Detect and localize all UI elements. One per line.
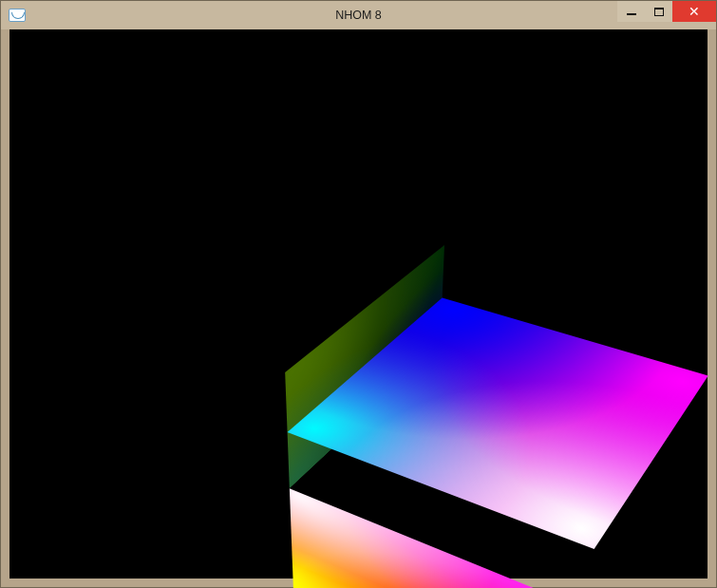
opengl-viewport[interactable] (9, 29, 708, 579)
window-title: NHOM 8 (1, 9, 716, 22)
close-button[interactable]: ✕ (672, 1, 716, 22)
application-window: NHOM 8 ✕ (0, 0, 717, 588)
rgb-cube (303, 353, 687, 588)
minimize-button[interactable] (617, 1, 646, 22)
window-controls: ✕ (617, 1, 716, 22)
titlebar[interactable]: NHOM 8 ✕ (1, 1, 716, 29)
render-surface (9, 29, 708, 579)
app-icon (9, 9, 26, 22)
maximize-button[interactable] (646, 1, 672, 22)
